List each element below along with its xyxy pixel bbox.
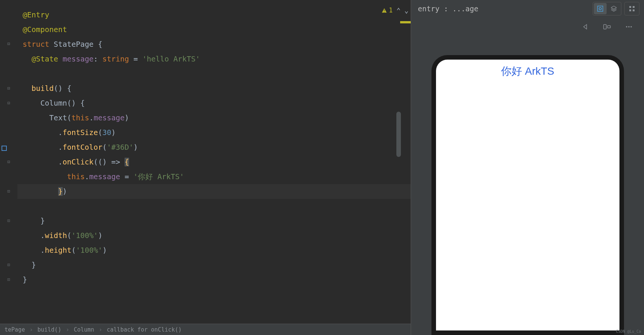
code-token: ( <box>67 231 71 240</box>
breadcrumb-item[interactable]: tePage <box>5 326 25 333</box>
preview-device-area: 你好 ArkTS <box>411 36 644 335</box>
fold-icon[interactable]: ⊡ <box>6 218 11 223</box>
code-token: this <box>67 172 85 181</box>
code-token: '100%' <box>71 231 98 240</box>
device-screen[interactable]: 你好 ArkTS <box>436 60 619 330</box>
back-button[interactable] <box>578 20 592 34</box>
fold-icon[interactable]: ⊟ <box>6 41 11 46</box>
svg-rect-7 <box>607 26 610 28</box>
fold-icon[interactable]: ⊡ <box>6 277 11 282</box>
svg-point-1 <box>599 8 601 10</box>
layers-icon <box>610 5 617 12</box>
code-token: @Component <box>23 25 67 34</box>
preview-subheader <box>411 17 644 36</box>
fold-icon[interactable]: ⊟ <box>6 86 11 91</box>
grid-icon <box>629 5 635 12</box>
code-token: } <box>31 261 36 269</box>
code-token: 'hello ArkTS' <box>142 55 200 63</box>
code-token: . <box>40 246 45 255</box>
preview-text: 你好 ArkTS <box>501 64 555 330</box>
breadcrumb-item[interactable]: build() <box>37 326 61 333</box>
fold-icon[interactable]: ⊡ <box>6 189 11 194</box>
code-token: () { <box>67 99 85 108</box>
inspector-icon <box>597 5 604 12</box>
code-editor[interactable]: @Entry @Component struct StatePage { @St… <box>17 0 411 335</box>
more-horizontal-icon <box>625 23 633 31</box>
code-token: } <box>58 187 63 196</box>
code-token: fontSize <box>63 128 98 137</box>
inspector-button[interactable] <box>594 3 607 14</box>
code-token: { <box>94 40 102 49</box>
chevron-right-icon: › <box>66 326 69 333</box>
preview-toolbar-group-2 <box>624 2 639 15</box>
svg-rect-6 <box>604 25 606 29</box>
code-token: 30 <box>102 128 111 137</box>
svg-point-10 <box>630 26 632 28</box>
code-token: '100%' <box>76 246 102 255</box>
svg-rect-3 <box>633 6 635 8</box>
code-token: message <box>58 55 94 63</box>
rotate-device-icon <box>603 23 611 31</box>
code-token: Column <box>40 99 67 108</box>
breadcrumb: tePage › build() › Column › callback for… <box>0 324 411 335</box>
code-token: } <box>23 275 27 284</box>
svg-rect-0 <box>598 6 603 11</box>
layers-button[interactable] <box>607 3 620 14</box>
code-token: ) <box>111 128 116 137</box>
code-token: (() => <box>94 158 125 166</box>
fold-icon[interactable]: ⊟ <box>6 101 11 105</box>
code-token: ( <box>102 143 107 152</box>
code-token: } <box>40 217 45 225</box>
rotate-button[interactable] <box>600 20 614 34</box>
breadcrumb-item[interactable]: Column <box>74 326 94 333</box>
code-token: ) <box>63 187 67 196</box>
svg-rect-2 <box>629 6 631 8</box>
triangle-left-icon <box>581 23 589 31</box>
code-token: . <box>58 143 63 152</box>
code-token: message <box>89 172 120 181</box>
more-button[interactable] <box>622 20 636 34</box>
code-token: . <box>58 128 63 137</box>
breakpoint-icon[interactable] <box>2 146 7 151</box>
code-token: = <box>120 172 133 181</box>
code-token: Text <box>49 114 67 122</box>
code-token: message <box>94 114 125 122</box>
code-token: '#36D' <box>107 143 133 152</box>
svg-point-8 <box>626 26 627 28</box>
svg-point-9 <box>628 26 630 28</box>
code-token: struct <box>23 40 49 49</box>
code-token: ( <box>98 128 103 137</box>
chevron-right-icon: › <box>29 326 33 333</box>
code-token: ) <box>102 246 107 255</box>
device-frame: 你好 ArkTS <box>431 55 624 335</box>
code-token: ( <box>71 246 76 255</box>
preview-toolbar-group <box>593 2 621 15</box>
code-token: onClick <box>63 158 94 166</box>
fold-icon[interactable]: ⊟ <box>6 160 11 164</box>
fold-icon[interactable]: ⊡ <box>6 263 11 267</box>
code-token: width <box>45 231 67 240</box>
code-token: build <box>31 84 54 93</box>
code-token: StatePage <box>54 40 94 49</box>
code-token: fontColor <box>63 143 103 152</box>
code-token: = <box>129 55 142 63</box>
preview-panel: entry : ...age 你好 ArkTS <box>411 0 644 335</box>
code-token: @State <box>31 55 58 63</box>
code-token: height <box>45 246 71 255</box>
code-editor-panel: ⊟ ⊟ ⊟ ⊟ 💡 ⊡ ⊡ ⊡ ⊡ @Entry @Component stru… <box>0 0 411 335</box>
breadcrumb-item[interactable]: callback for onClick() <box>107 326 182 333</box>
code-token: () { <box>54 84 71 93</box>
code-token: : <box>94 55 98 63</box>
preview-header: entry : ...age <box>411 0 644 17</box>
watermark: CSDN @Lu_Ca <box>616 329 641 333</box>
grid-button[interactable] <box>626 3 638 14</box>
preview-title: entry : ...age <box>416 5 590 13</box>
code-token: { <box>125 158 129 166</box>
code-token: . <box>85 172 89 181</box>
svg-rect-4 <box>629 9 631 11</box>
code-token: string <box>98 55 129 63</box>
code-token: . <box>58 158 63 166</box>
code-token: ) <box>98 231 103 240</box>
code-token: @Entry <box>23 11 49 19</box>
code-token: '你好 ArkTS' <box>134 172 184 181</box>
